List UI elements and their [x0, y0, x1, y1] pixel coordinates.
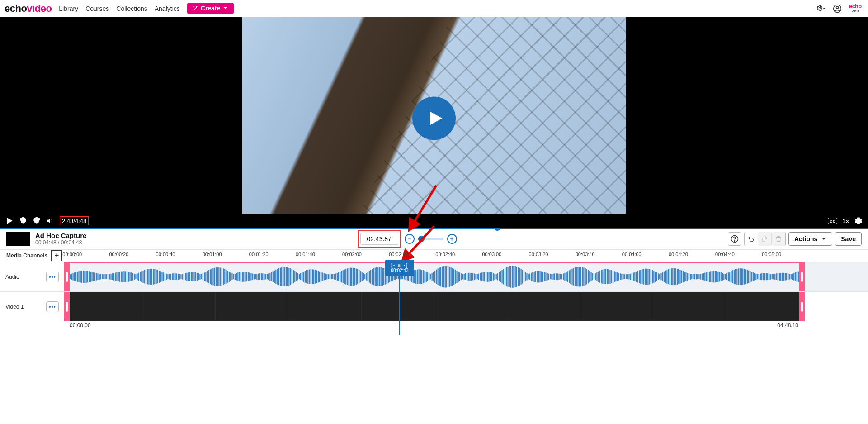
- svg-rect-359: [586, 269, 587, 285]
- timeline-start-time: 00:00:00: [70, 322, 91, 329]
- svg-rect-486: [772, 274, 773, 279]
- svg-rect-338: [556, 273, 557, 280]
- svg-rect-163: [300, 273, 301, 280]
- svg-rect-375: [609, 270, 610, 284]
- svg-rect-354: [579, 267, 580, 286]
- svg-rect-417: [671, 268, 672, 285]
- playhead-time: 00:02:43: [391, 268, 409, 273]
- play-button[interactable]: [5, 217, 14, 225]
- svg-rect-253: [432, 273, 433, 281]
- svg-rect-387: [627, 274, 628, 279]
- zoom-slider[interactable]: [418, 238, 443, 240]
- audio-track-menu[interactable]: •••: [46, 272, 59, 282]
- svg-rect-187: [335, 273, 336, 280]
- svg-rect-147: [277, 269, 278, 284]
- zoom-slider-thumb[interactable]: [418, 236, 425, 242]
- svg-rect-369: [601, 270, 602, 284]
- svg-rect-396: [640, 270, 641, 284]
- forward-button[interactable]: [33, 217, 41, 225]
- timeline: Media Channels + Audio ••• Video 1 ••• 0…: [0, 250, 868, 331]
- redo-button[interactable]: [758, 232, 772, 246]
- svg-rect-504: [798, 271, 799, 282]
- svg-rect-439: [703, 273, 704, 281]
- nav-collections[interactable]: Collections: [116, 5, 147, 12]
- svg-rect-379: [615, 272, 616, 282]
- actions-button[interactable]: Actions: [788, 232, 832, 246]
- svg-rect-340: [558, 274, 559, 280]
- zoom-in-button[interactable]: +: [447, 234, 457, 244]
- svg-rect-9: [75, 272, 76, 281]
- help-icon: [731, 235, 739, 243]
- help-button[interactable]: [728, 232, 741, 246]
- svg-rect-327: [539, 271, 540, 282]
- undo-button[interactable]: [745, 232, 758, 246]
- play-overlay-button[interactable]: [412, 96, 456, 140]
- svg-rect-323: [534, 272, 535, 282]
- svg-rect-483: [767, 273, 768, 280]
- add-channel-button[interactable]: +: [51, 250, 62, 261]
- clip-start-handle[interactable]: [64, 292, 70, 321]
- playhead-flag[interactable]: [• ≡ •] 00:02:43: [385, 260, 414, 276]
- svg-rect-192: [343, 270, 344, 283]
- echo360-logo[interactable]: echo360: [849, 4, 862, 13]
- svg-rect-74: [170, 274, 171, 280]
- svg-rect-478: [760, 274, 761, 280]
- logo[interactable]: echovideo: [5, 3, 52, 14]
- clip-end-handle[interactable]: [799, 292, 805, 321]
- svg-rect-459: [732, 270, 733, 283]
- svg-rect-41: [122, 271, 123, 282]
- delete-button[interactable]: [772, 232, 785, 246]
- svg-rect-351: [575, 267, 576, 286]
- svg-rect-168: [307, 270, 308, 284]
- svg-rect-125: [245, 272, 245, 281]
- video-track[interactable]: [64, 291, 868, 321]
- svg-rect-204: [360, 271, 361, 282]
- svg-rect-166: [305, 271, 306, 282]
- account-button[interactable]: [833, 4, 842, 13]
- timeline-ruler[interactable]: 00:00:0000:00:2000:00:4000:01:0000:01:20…: [64, 250, 868, 262]
- player-settings-button[interactable]: [854, 217, 863, 225]
- clip-start-handle[interactable]: [64, 262, 70, 291]
- zoom-out-button[interactable]: −: [405, 234, 415, 244]
- svg-rect-32: [109, 274, 110, 280]
- create-button[interactable]: Create: [187, 3, 234, 14]
- save-button[interactable]: Save: [835, 232, 862, 246]
- svg-rect-255: [434, 271, 435, 283]
- svg-rect-422: [678, 269, 679, 284]
- nav-library[interactable]: Library: [59, 5, 78, 12]
- svg-rect-242: [415, 270, 416, 284]
- svg-rect-342: [561, 274, 562, 280]
- svg-rect-165: [303, 272, 304, 282]
- nav-analytics[interactable]: Analytics: [155, 5, 180, 12]
- settings-dropdown[interactable]: [816, 4, 826, 13]
- undo-icon: [747, 235, 755, 243]
- svg-rect-364: [594, 274, 594, 279]
- cc-button[interactable]: cc: [828, 218, 837, 224]
- svg-rect-462: [736, 269, 737, 285]
- svg-rect-145: [274, 271, 275, 283]
- speed-button[interactable]: 1x: [843, 218, 849, 224]
- svg-rect-277: [467, 273, 467, 280]
- wand-icon: [193, 5, 198, 11]
- nav-courses[interactable]: Courses: [85, 5, 109, 12]
- clip-end-handle[interactable]: [799, 262, 805, 291]
- svg-rect-123: [242, 272, 243, 282]
- svg-rect-62: [153, 269, 154, 284]
- audio-track[interactable]: [64, 262, 868, 291]
- svg-rect-491: [779, 273, 780, 281]
- svg-rect-398: [643, 269, 644, 284]
- gear-icon: [816, 5, 823, 11]
- svg-rect-313: [519, 268, 520, 286]
- time-input[interactable]: [360, 233, 398, 245]
- video1-track-menu[interactable]: •••: [46, 301, 59, 312]
- svg-rect-266: [451, 267, 452, 286]
- volume-button[interactable]: [46, 217, 54, 225]
- svg-rect-122: [241, 272, 241, 282]
- svg-rect-213: [373, 268, 374, 285]
- svg-rect-137: [262, 273, 263, 280]
- svg-rect-61: [151, 269, 152, 285]
- video-frame-thumb: [216, 292, 288, 321]
- svg-rect-454: [725, 274, 726, 279]
- svg-rect-176: [319, 272, 320, 282]
- rewind-button[interactable]: [19, 217, 27, 225]
